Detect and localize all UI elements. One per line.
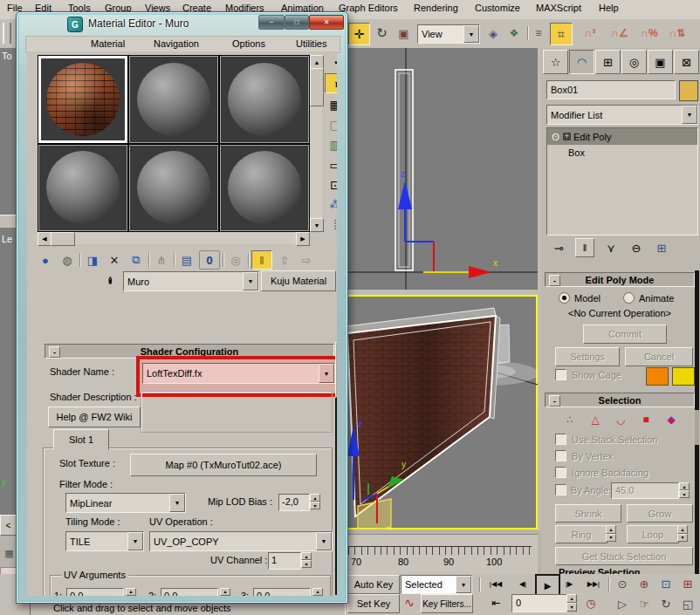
chevron-down-icon[interactable]: ▼ [682, 106, 697, 124]
use-center-button[interactable]: ◈ [484, 23, 503, 44]
by-angle-checkbox[interactable]: By Angle: [555, 484, 611, 495]
chevron-down-icon[interactable]: ▼ [169, 494, 185, 512]
slot-1-tab[interactable]: Slot 1 [53, 429, 109, 450]
menu-navigation[interactable]: Navigation [150, 37, 202, 51]
auto-key-button[interactable]: Auto Key [347, 575, 400, 594]
spinner-down-icon[interactable]: ▾ [606, 534, 616, 543]
get-stack-selection-button[interactable]: Get Stack Selection [555, 547, 693, 565]
scroll-left-icon[interactable]: ◀ [38, 232, 51, 246]
checkbox-icon[interactable] [555, 450, 566, 461]
sample-slot[interactable] [220, 56, 309, 143]
filter-mode-dropdown[interactable]: MipLinear ▼ [65, 493, 186, 513]
select-and-move-button[interactable]: ✛ [348, 23, 370, 45]
modifier-list-dropdown[interactable]: Modifier List ▼ [546, 105, 698, 125]
tab-hierarchy[interactable]: ⊞ [595, 50, 621, 74]
material-type-button[interactable]: Kuju Material [261, 270, 336, 291]
front-viewport[interactable]: z x [347, 48, 538, 290]
spinner-down-icon[interactable]: ▾ [220, 596, 230, 597]
zoom-all-icon[interactable]: ⊕ [635, 575, 654, 593]
uv-arg-field[interactable]: 0,0 [253, 588, 311, 596]
key-filters-button[interactable]: Key Filters... [421, 594, 473, 613]
make-material-copy-icon[interactable]: ⧉ [127, 251, 146, 269]
track-bar[interactable]: 70 80 90 100 [347, 534, 538, 576]
material-map-navigator-icon[interactable]: ⁞ [325, 215, 337, 234]
go-to-end-button[interactable]: ▶▶| [581, 575, 606, 592]
angle-snap-icon[interactable]: ∩∠ [607, 23, 632, 44]
grow-button[interactable]: Grow [627, 504, 693, 523]
get-material-icon[interactable]: ● [36, 251, 55, 269]
spinner-up-icon[interactable]: ▴ [679, 482, 690, 490]
scroll-up-icon[interactable]: ▲ [310, 55, 324, 69]
cage-color-swatch-yellow[interactable] [672, 367, 695, 386]
animate-radio[interactable]: Animate [623, 292, 674, 304]
uv-channel-spinner[interactable]: ▴ ▾ [301, 552, 312, 568]
toolbar-grip[interactable] [3, 23, 11, 44]
spinner-up-icon[interactable]: ▴ [310, 494, 320, 502]
scroll-right-icon[interactable]: ▶ [296, 232, 310, 246]
shrink-button[interactable]: Shrink [555, 504, 621, 523]
mip-lod-bias-spinner[interactable]: ▴ ▾ [310, 494, 320, 509]
reset-map-icon[interactable]: ✕ [105, 251, 124, 269]
command-panel-scrollbar[interactable] [695, 270, 699, 574]
uv-operation-dropdown[interactable]: UV_OP_COPY ▼ [149, 531, 333, 551]
border-mode-icon[interactable]: ◡ [613, 412, 628, 427]
show-cage-checkbox[interactable]: Show Cage [555, 369, 621, 380]
selection-header[interactable]: - Selection [545, 393, 695, 407]
menu-utilities[interactable]: Utilities [292, 37, 330, 51]
radio-selected-icon[interactable] [559, 292, 570, 304]
zoom-icon[interactable]: ⊙ [613, 575, 632, 593]
object-color-swatch[interactable] [679, 80, 698, 101]
loop-button[interactable]: Loop [627, 525, 679, 543]
cage-color-swatch-orange[interactable] [646, 367, 669, 386]
maximize-viewport-icon[interactable]: ◱ [678, 595, 697, 613]
by-vertex-checkbox[interactable]: By Vertex [555, 450, 613, 461]
snaps-toggle-button[interactable]: ⌗ [550, 23, 573, 45]
mip-lod-bias-field[interactable]: -2,0 [278, 494, 310, 511]
menu-material[interactable]: Material [87, 37, 128, 51]
material-id-channel-icon[interactable]: 0 [199, 250, 220, 270]
frame-spinner[interactable]: ▴ ▾ [566, 594, 577, 612]
tab-create[interactable]: ☆ [543, 50, 568, 74]
loop-spinner[interactable]: ▴ ▾ [677, 525, 688, 542]
stack-row-box[interactable]: Box [547, 145, 697, 161]
spinner-snap-icon[interactable]: ∩⇅ [665, 23, 690, 44]
by-angle-field[interactable]: 45,0 [611, 482, 679, 499]
zoom-extents-all-icon[interactable]: ⊞ [678, 575, 697, 593]
select-by-material-icon[interactable]: ⁂ [325, 195, 337, 214]
spinner-up-icon[interactable]: ▴ [126, 588, 136, 596]
checkbox-icon[interactable] [555, 467, 566, 478]
make-preview-icon[interactable]: ▭ [325, 155, 337, 174]
scrollbar-thumb[interactable] [335, 342, 337, 398]
snap-3d-icon[interactable]: ∩³ [578, 23, 602, 44]
bulb-icon[interactable]: ʘ [551, 131, 560, 142]
chevron-down-icon[interactable]: ▼ [319, 364, 334, 383]
tab-utilities[interactable]: ⊠ [674, 50, 699, 74]
sample-slot[interactable] [220, 145, 309, 232]
menu-options[interactable]: Options [229, 37, 269, 51]
slots-horizontal-scrollbar[interactable]: ◀ ▶ [38, 232, 308, 244]
checkbox-icon[interactable] [555, 484, 566, 495]
minimize-button[interactable]: − [258, 15, 285, 30]
background-icon[interactable]: ▦ [325, 95, 337, 113]
time-config-icon[interactable]: ◷ [581, 594, 600, 612]
chevron-down-icon[interactable]: ▼ [463, 25, 479, 43]
ring-spinner[interactable]: ▴ ▾ [606, 525, 616, 542]
shader-name-dropdown[interactable]: LoftTexDiff.fx ▼ [142, 363, 335, 384]
keyboard-override-button[interactable]: ≡ [531, 23, 546, 44]
uv-arg-spinner[interactable]: ▴▾ [220, 588, 230, 596]
next-frame-button[interactable]: |▶ [559, 575, 579, 592]
stack-row-edit-poly[interactable]: ʘ + Edit Poly [547, 128, 697, 145]
viewport-splitter-h[interactable] [0, 215, 16, 229]
collapse-minus-icon[interactable]: - [549, 275, 560, 286]
spinner-down-icon[interactable]: ▾ [310, 502, 320, 509]
scroll-down-icon[interactable]: ▼ [310, 218, 324, 232]
tab-modify[interactable]: ◠ [569, 50, 594, 74]
polygon-mode-icon[interactable]: ■ [638, 412, 654, 427]
key-filter-curve-icon[interactable]: ∿ [401, 594, 418, 612]
tab-motion[interactable]: ◎ [621, 50, 647, 74]
zoom-extents-icon[interactable]: ⊡ [656, 575, 676, 593]
spinner-up-icon[interactable]: ▴ [301, 552, 312, 560]
ring-button[interactable]: Ring [555, 525, 607, 543]
radio-unselected-icon[interactable] [623, 292, 635, 304]
menu-rendering[interactable]: Rendering [410, 1, 462, 15]
